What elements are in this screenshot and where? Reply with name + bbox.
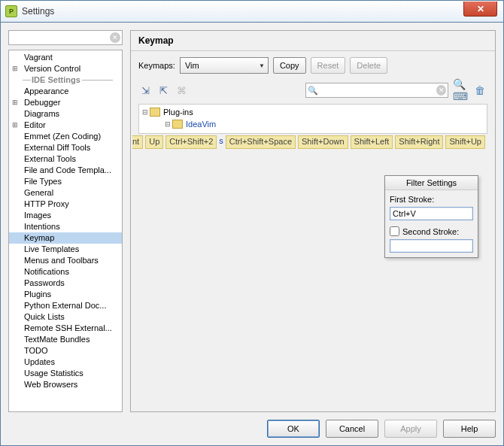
shortcut-chip: Up — [145, 135, 163, 149]
keymaps-label: Keymaps: — [138, 61, 175, 70]
clear-search-icon[interactable]: ✕ — [110, 32, 120, 43]
sidebar-item-python-external-doc-[interactable]: Python External Doc... — [9, 300, 122, 311]
collapse-icon[interactable]: ⊟ — [141, 108, 150, 116]
action-tree[interactable]: ⊟ Plug-ins ⊟ IdeaVim — [138, 104, 487, 134]
shortcut-chip: Ctrl+Shift+2 — [165, 135, 217, 149]
keymap-dropdown-value: Vim — [185, 61, 199, 70]
sidebar-item-emmet-zen-coding-[interactable]: Emmet (Zen Coding) — [9, 131, 122, 142]
second-stroke-label: Second Stroke: — [402, 227, 459, 236]
apply-button[interactable]: Apply — [384, 420, 437, 438]
shortcut-chip: Shift+Down — [298, 135, 348, 149]
sidebar-item-remote-ssh-external-[interactable]: Remote SSH External... — [9, 323, 122, 334]
tree-label: IdeaVim — [186, 120, 216, 129]
sidebar-search-input[interactable] — [9, 33, 122, 42]
shortcut-chip: Shift+Right — [395, 135, 443, 149]
keymap-dropdown[interactable]: Vim ▼ — [180, 57, 269, 74]
sidebar-item-intentions[interactable]: Intentions — [9, 221, 122, 232]
sidebar-search[interactable]: ✕ — [8, 30, 123, 45]
sidebar-item-general[interactable]: General — [9, 187, 122, 199]
second-stroke-checkbox[interactable] — [390, 226, 399, 236]
app-icon: P — [5, 5, 17, 17]
sidebar-item-diagrams[interactable]: Diagrams — [9, 108, 122, 120]
collapse-all-icon[interactable]: ⇱ — [156, 83, 170, 97]
sidebar-item-passwords[interactable]: Passwords — [9, 278, 122, 289]
tree-row-ideavim[interactable]: ⊟ IdeaVim — [141, 118, 485, 130]
chevron-down-icon: ▼ — [259, 62, 265, 69]
shortcut-chip: nt — [132, 135, 143, 149]
shortcut-chip: Shift+Left — [351, 135, 393, 149]
tree-label: Plug-ins — [163, 108, 193, 117]
filter-popup-title: Filter Settings — [385, 176, 478, 190]
action-filter[interactable]: 🔍 ✕ — [305, 83, 448, 98]
titlebar: P Settings ✕ — [0, 0, 504, 23]
search-icon: 🔍 — [308, 86, 318, 96]
sidebar-item-web-browsers[interactable]: Web Browsers — [9, 379, 122, 390]
dialog-body: ✕ VagrantVersion Control— IDE Settings —… — [0, 23, 504, 446]
sidebar-item-vagrant[interactable]: Vagrant — [9, 52, 122, 63]
collapse-icon[interactable]: ⊟ — [163, 120, 172, 128]
copy-button[interactable]: Copy — [273, 57, 306, 74]
edit-shortcut-icon: ⌘ — [175, 83, 188, 97]
sidebar-item-todo[interactable]: TODO — [9, 345, 122, 356]
delete-button[interactable]: Delete — [350, 57, 387, 74]
sidebar-item-images[interactable]: Images — [9, 210, 122, 221]
sidebar-item-updates[interactable]: Updates — [9, 356, 122, 368]
settings-tree[interactable]: VagrantVersion Control— IDE Settings ———… — [8, 50, 123, 412]
expand-all-icon[interactable]: ⇲ — [138, 83, 152, 97]
sidebar-item-textmate-bundles[interactable]: TextMate Bundles — [9, 334, 122, 345]
shortcut-chip: Shift+Up — [445, 135, 485, 149]
sidebar-item-menus-and-toolbars[interactable]: Menus and Toolbars — [9, 255, 122, 266]
sidebar-item-http-proxy[interactable]: HTTP Proxy — [9, 199, 122, 210]
trash-icon[interactable]: 🗑 — [472, 83, 487, 98]
action-filter-input[interactable] — [320, 86, 436, 95]
pane-title: Keymap — [131, 31, 495, 51]
sidebar-item-quick-lists[interactable]: Quick Lists — [9, 311, 122, 323]
window-title: Settings — [22, 6, 54, 17]
second-stroke-input[interactable] — [390, 239, 473, 253]
sidebar-item-notifications[interactable]: Notifications — [9, 266, 122, 278]
sidebar-item-file-and-code-templa-[interactable]: File and Code Templa... — [9, 165, 122, 176]
shortcut-chips: ntUpCtrl+Shift+2sCtrl+Shift+SpaceShift+D… — [132, 135, 493, 149]
keymap-pane: Keymap Keymaps: Vim ▼ Copy Reset Delete … — [130, 30, 496, 412]
sidebar-item-debugger[interactable]: Debugger — [9, 97, 122, 108]
sidebar-item-plugins[interactable]: Plugins — [9, 289, 122, 300]
first-stroke-label: First Stroke: — [390, 195, 473, 204]
folder-icon — [172, 120, 183, 129]
filter-settings-popup: Filter Settings First Stroke: Second Str… — [384, 175, 478, 258]
folder-icon — [150, 108, 160, 117]
sidebar-item-ide-settings: — IDE Settings ———— — [9, 74, 122, 86]
ok-button[interactable]: OK — [267, 420, 320, 438]
sidebar-item-editor[interactable]: Editor — [9, 120, 122, 131]
sidebar-item-file-types[interactable]: File Types — [9, 176, 122, 187]
dialog-footer: OK Cancel Apply Help — [267, 420, 496, 438]
sidebar-item-usage-statistics[interactable]: Usage Statistics — [9, 368, 122, 379]
sidebar-item-external-diff-tools[interactable]: External Diff Tools — [9, 142, 122, 153]
tree-row-plugins[interactable]: ⊟ Plug-ins — [141, 106, 485, 118]
help-button[interactable]: Help — [443, 420, 496, 438]
cancel-button[interactable]: Cancel — [326, 420, 378, 438]
sidebar-item-live-templates[interactable]: Live Templates — [9, 244, 122, 255]
clear-filter-icon[interactable]: ✕ — [436, 85, 446, 96]
first-stroke-input[interactable] — [390, 207, 473, 220]
close-button[interactable]: ✕ — [463, 2, 497, 17]
sidebar-item-appearance[interactable]: Appearance — [9, 86, 122, 97]
shortcut-chip: Ctrl+Shift+Space — [226, 135, 296, 149]
keymap-selector-row: Keymaps: Vim ▼ Copy Reset Delete — [131, 51, 495, 80]
shortcut-chip: s — [219, 135, 223, 149]
action-toolbar: ⇲ ⇱ ⌘ 🔍 ✕ 🔍⌨ 🗑 — [131, 80, 495, 101]
sidebar: ✕ VagrantVersion Control— IDE Settings —… — [8, 30, 123, 412]
sidebar-item-external-tools[interactable]: External Tools — [9, 153, 122, 165]
sidebar-item-keymap[interactable]: Keymap — [9, 232, 122, 244]
find-by-shortcut-icon[interactable]: 🔍⌨ — [453, 83, 468, 98]
sidebar-item-version-control[interactable]: Version Control — [9, 63, 122, 74]
reset-button[interactable]: Reset — [311, 57, 346, 74]
